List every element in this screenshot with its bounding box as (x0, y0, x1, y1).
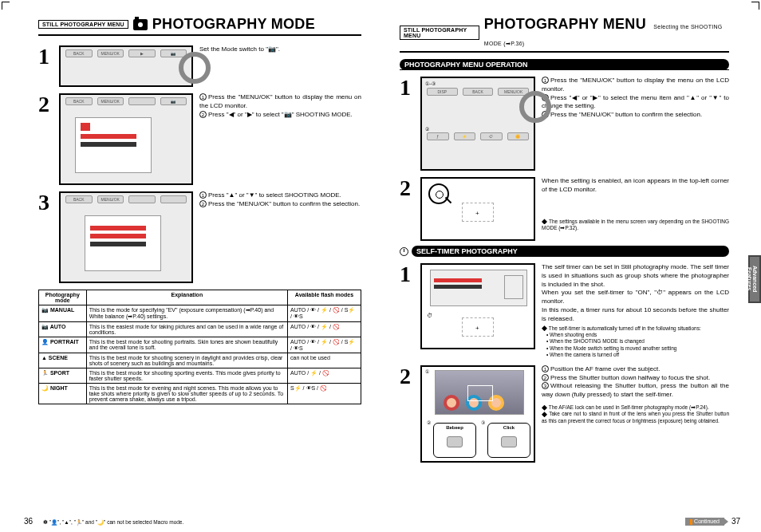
camera-icon (133, 19, 148, 30)
step-number: 1 (38, 45, 53, 87)
page-number: 37 (731, 517, 740, 526)
flash-cell: AUTO / ⚡ / 🚫 (288, 368, 361, 384)
side-tab: Advanced Features (748, 255, 761, 303)
page-title-left: PHOTOGRAPHY MODE (152, 16, 315, 33)
left-step-3: 3 BACKMENU/OK 1Press "▲" or "▼" to selec… (38, 191, 361, 283)
flash-cell: AUTO / 👁 / ⚡ / 🚫 / S⚡ / 👁S (288, 337, 361, 353)
step-text: 1Position the AF frame over the subject.… (542, 365, 729, 463)
continued-badge: Continued (685, 518, 724, 526)
flash-cell: AUTO / 👁 / ⚡ / 🚫 / S⚡ / 👁S (288, 305, 361, 322)
step-text: When the setting is enabled, an icon app… (542, 177, 729, 241)
step-text: 1Press the "MENU/OK" button to display t… (542, 77, 729, 171)
explanation-cell: This is the best mode for shooting portr… (86, 337, 287, 353)
page-title-right: PHOTOGRAPHY MENU Selecting the SHOOTING … (484, 16, 729, 49)
step-text: 1Press "▲" or "▼" to select SHOOTING MOD… (199, 191, 361, 283)
explanation-cell: This is the best mode for shooting sport… (86, 368, 287, 384)
table-row: 📷 MANUALThis is the mode for specifying … (39, 305, 361, 322)
photography-modes-table: Photography mode Explanation Available f… (38, 290, 361, 404)
table-row: 🏃 SPORTThis is the best mode for shootin… (39, 368, 361, 384)
table-row: 🌙 NIGHTThis is the best mode for evening… (39, 384, 361, 404)
table-row: ▲ SCENEThis is the best mode for shootin… (39, 353, 361, 368)
list-item: When the Mode switch setting is moved an… (546, 345, 729, 352)
section-header-operation: PHOTOGRAPHY MENU OPERATION (400, 59, 729, 70)
mode-cell: 📷 MANUAL (39, 305, 87, 322)
step-figure: + (420, 177, 535, 241)
mode-cell: ▲ SCENE (39, 353, 87, 368)
step-figure: BACKMENU/OK▶📷 (59, 45, 193, 87)
left-step-1: 1 BACKMENU/OK▶📷 Set the Mode switch to "… (38, 45, 361, 87)
mode-cell: 📷 AUTO (39, 322, 87, 337)
right-s2-step-2: 2 ① ② Bebeep ③ C (400, 365, 729, 463)
breadcrumb-left: STILL PHOTOGRAPHY MENU (38, 20, 128, 29)
mode-cell: 👤 PORTRAIT (39, 337, 87, 353)
footnote: ✽ "👤", "▲", "🏃" and "🌙" can not be selec… (43, 519, 183, 526)
page-number: 36 (24, 517, 33, 526)
breadcrumb-right: STILL PHOTOGRAPHY MENU (400, 26, 479, 40)
explanation-cell: This is the best mode for shooting scene… (86, 353, 287, 368)
title-row-right: STILL PHOTOGRAPHY MENU PHOTOGRAPHY MENU … (400, 16, 729, 53)
list-item: When the camera is turned off (546, 352, 729, 358)
step-number: 2 (38, 93, 53, 185)
page-36: STILL PHOTOGRAPHY MENU PHOTOGRAPHY MODE … (0, 0, 380, 532)
title-row-left: STILL PHOTOGRAPHY MENU PHOTOGRAPHY MODE (38, 16, 361, 36)
mode-cell: 🌙 NIGHT (39, 384, 87, 404)
right-s1-step-2: 2 + When the setting is enabled, an icon… (400, 177, 729, 241)
step-figure: BACKMENU/OK (59, 191, 193, 283)
left-step-2: 2 BACKMENU/OK📷 1Press the "MENU/OK" butt… (38, 93, 361, 185)
right-s2-step-1: 1 + ⏱ The self timer can be set in Still… (400, 263, 729, 359)
step-number: 2 (400, 365, 414, 463)
step-text: Set the Mode switch to "📷". (199, 45, 361, 87)
explanation-cell: This is the easiest mode for taking pict… (86, 322, 287, 337)
list-item: When shooting ends (546, 332, 729, 338)
mode-cell: 🏃 SPORT (39, 368, 87, 384)
explanation-cell: This is the mode for specifying "EV" (ex… (86, 305, 287, 322)
step-number: 1 (400, 263, 414, 359)
step-figure: + ⏱ (420, 263, 535, 349)
step-figure: BACKMENU/OK📷 (59, 93, 193, 185)
table-row: 📷 AUTOThis is the easiest mode for takin… (39, 322, 361, 337)
timer-icon (400, 247, 408, 256)
table-header: Available flash modes (288, 290, 361, 305)
table-header: Explanation (86, 290, 287, 305)
flash-cell: S⚡ / 👁S / 🚫 (288, 384, 361, 404)
right-s1-step-1: 1 ①–③ DISPBACKMENU/OK ② ƒ⚡⏱🌼 1Press the … (400, 77, 729, 171)
step-figure: ① ② Bebeep ③ Click (420, 365, 535, 463)
section-header-selftimer-row: SELF-TIMER PHOTOGRAPHY (400, 246, 729, 257)
list-item: When the SHOOTING MODE is changed (546, 338, 729, 345)
step-text: The self timer can be set in Still photo… (542, 263, 729, 359)
table-header: Photography mode (39, 290, 87, 305)
step-figure: ①–③ DISPBACKMENU/OK ② ƒ⚡⏱🌼 (420, 77, 535, 171)
step-number: 2 (400, 177, 414, 241)
table-row: 👤 PORTRAITThis is the best mode for shoo… (39, 337, 361, 353)
page-37: STILL PHOTOGRAPHY MENU PHOTOGRAPHY MENU … (380, 0, 761, 532)
explanation-cell: This is the best mode for evening and ni… (86, 384, 287, 404)
step-text: 1Press the "MENU/OK" button to display t… (199, 93, 361, 185)
section-header-selftimer: SELF-TIMER PHOTOGRAPHY (412, 246, 729, 257)
flash-cell: can not be used (288, 353, 361, 368)
flash-cell: AUTO / 👁 / ⚡ / 🚫 (288, 322, 361, 337)
step-number: 1 (400, 77, 414, 171)
step-number: 3 (38, 191, 53, 283)
